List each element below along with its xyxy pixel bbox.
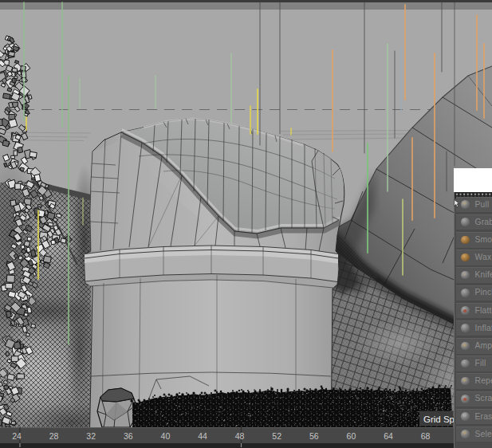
svg-text:64: 64 [384, 431, 393, 441]
svg-text:44: 44 [198, 431, 207, 441]
svg-text:32: 32 [86, 431, 96, 441]
svg-text:60: 60 [347, 431, 356, 441]
svg-text:48: 48 [235, 431, 245, 441]
svg-text:28: 28 [49, 431, 59, 441]
svg-text:40: 40 [161, 431, 171, 441]
svg-text:56: 56 [309, 431, 319, 441]
svg-text:52: 52 [272, 431, 281, 441]
svg-text:24: 24 [12, 431, 22, 441]
svg-text:36: 36 [124, 431, 133, 441]
svg-text:68: 68 [421, 431, 431, 441]
svg-text:Grid Sp: Grid Sp [423, 415, 455, 424]
